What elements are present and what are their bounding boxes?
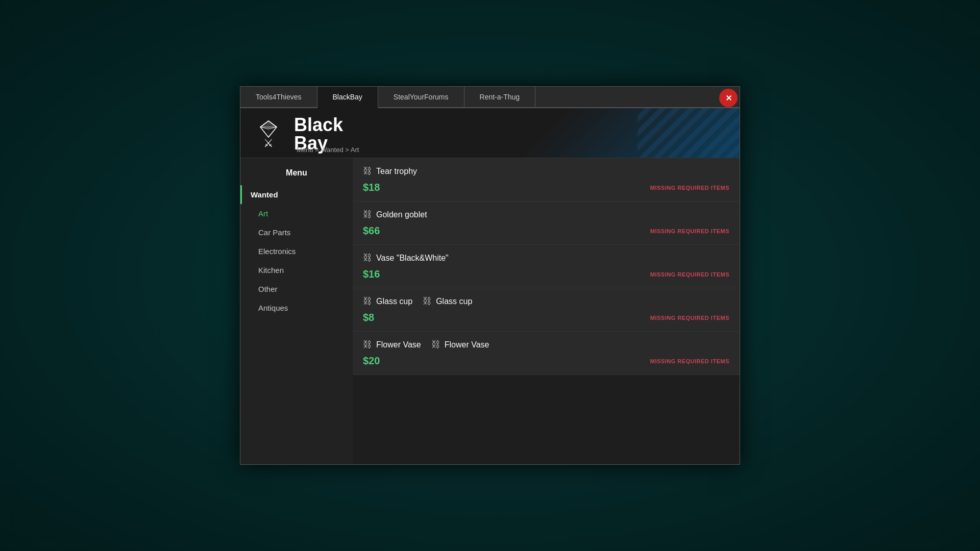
- tab-tools4thieves[interactable]: Tools4Thieves: [240, 87, 317, 107]
- tab-rentathug[interactable]: Rent-a-Thug: [464, 87, 536, 107]
- link-icon: ⛓: [363, 253, 372, 263]
- link-icon: ⛓: [363, 209, 372, 220]
- sidebar-item-wanted[interactable]: Wanted: [240, 185, 353, 204]
- diamond-icon: [258, 119, 279, 139]
- link-icon: ⛓: [431, 339, 440, 350]
- item-card-glass-cup[interactable]: ⛓ Glass cup ⛓ Glass cup $8 MISSING REQUI…: [353, 288, 740, 332]
- item-name: ⛓ Vase "Black&White": [363, 253, 449, 263]
- link-icon: ⛓: [363, 339, 372, 350]
- tab-stealyourforums[interactable]: StealYourForums: [378, 87, 464, 107]
- item-name: ⛓ Golden goblet: [363, 209, 427, 220]
- item-header: ⛓ Flower Vase ⛓ Flower Vase: [363, 339, 729, 350]
- item-header: ⛓ Golden goblet: [363, 209, 729, 220]
- item-price: $20: [363, 355, 380, 367]
- sidebar-item-car-parts[interactable]: Car Parts: [240, 223, 353, 242]
- item-name-secondary: ⛓ Glass cup: [423, 296, 472, 307]
- link-icon: ⛓: [363, 166, 372, 177]
- item-header: ⛓ Vase "Black&White": [363, 253, 729, 263]
- sidebar-item-electronics[interactable]: Electronics: [240, 242, 353, 261]
- item-card-vase-bw[interactable]: ⛓ Vase "Black&White" $16 MISSING REQUIRE…: [353, 245, 740, 288]
- sidebar-item-kitchen[interactable]: Kitchen: [240, 261, 353, 280]
- logo: ⚔: [251, 119, 286, 150]
- item-price: $8: [363, 312, 374, 323]
- tab-blackbay[interactable]: BlackBay: [317, 87, 378, 108]
- item-footer: $8 MISSING REQUIRED ITEMS: [363, 312, 729, 323]
- sidebar-item-antiques[interactable]: Antiques: [240, 298, 353, 317]
- item-card-golden-goblet[interactable]: ⛓ Golden goblet $66 MISSING REQUIRED ITE…: [353, 202, 740, 245]
- item-name-primary: ⛓ Glass cup: [363, 296, 412, 307]
- item-header: ⛓ Tear trophy: [363, 166, 729, 177]
- content-area[interactable]: ⛓ Tear trophy $18 MISSING REQUIRED ITEMS…: [353, 158, 740, 464]
- item-footer: $16 MISSING REQUIRED ITEMS: [363, 268, 729, 280]
- missing-items-label: MISSING REQUIRED ITEMS: [650, 185, 729, 191]
- item-price: $18: [363, 182, 380, 193]
- item-card-tear-trophy[interactable]: ⛓ Tear trophy $18 MISSING REQUIRED ITEMS: [353, 158, 740, 202]
- item-footer: $18 MISSING REQUIRED ITEMS: [363, 182, 729, 193]
- sidebar-item-art[interactable]: Art: [240, 204, 353, 223]
- sidebar-title: Menu: [240, 166, 353, 185]
- missing-items-label: MISSING REQUIRED ITEMS: [650, 228, 729, 234]
- close-button[interactable]: ✕: [719, 89, 738, 107]
- item-name-primary: ⛓ Flower Vase: [363, 339, 421, 350]
- item-footer: $66 MISSING REQUIRED ITEMS: [363, 225, 729, 237]
- item-price: $16: [363, 268, 380, 280]
- sidebar: Menu Wanted Art Car Parts Electronics Ki…: [240, 158, 353, 464]
- item-name: ⛓ Tear trophy: [363, 166, 417, 177]
- link-icon: ⛓: [363, 296, 372, 307]
- breadcrumb: Menu > Wanted > Art: [297, 146, 359, 154]
- item-footer: $20 MISSING REQUIRED ITEMS: [363, 355, 729, 367]
- header: ⚔ Black Bay Menu > Wanted > Art: [240, 108, 740, 158]
- item-card-flower-vase[interactable]: ⛓ Flower Vase ⛓ Flower Vase $20 MISSING …: [353, 332, 740, 375]
- missing-items-label: MISSING REQUIRED ITEMS: [650, 271, 729, 278]
- missing-items-label: MISSING REQUIRED ITEMS: [650, 315, 729, 321]
- tab-bar: Tools4Thieves BlackBay StealYourForums R…: [240, 87, 740, 108]
- main-window: Tools4Thieves BlackBay StealYourForums R…: [240, 86, 740, 465]
- item-header: ⛓ Glass cup ⛓ Glass cup: [363, 296, 729, 307]
- missing-items-label: MISSING REQUIRED ITEMS: [650, 358, 729, 364]
- item-name-secondary: ⛓ Flower Vase: [431, 339, 489, 350]
- main-content: Menu Wanted Art Car Parts Electronics Ki…: [240, 158, 740, 464]
- link-icon: ⛓: [423, 296, 432, 307]
- item-price: $66: [363, 225, 380, 237]
- sidebar-item-other[interactable]: Other: [240, 280, 353, 298]
- swords-icon: ⚔: [263, 137, 274, 150]
